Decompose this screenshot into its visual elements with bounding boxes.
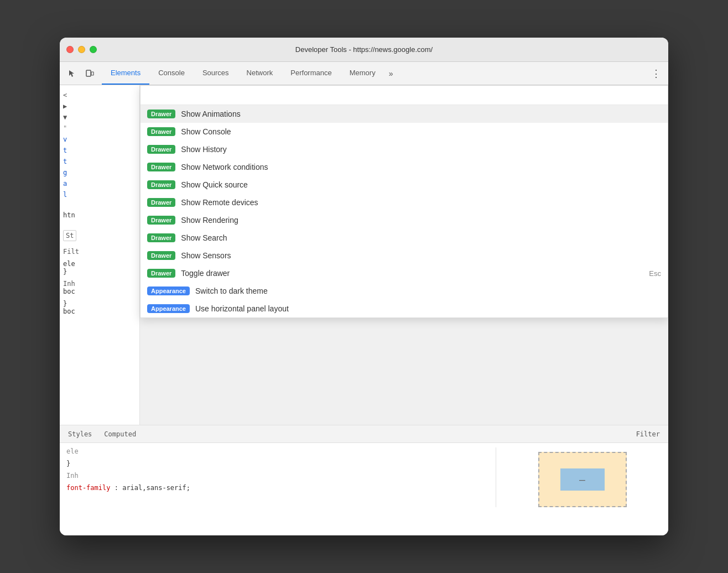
dom-blue-text: l bbox=[63, 191, 67, 199]
command-item-dark-theme[interactable]: Appearance Switch to dark theme bbox=[141, 282, 668, 300]
minimize-button[interactable] bbox=[78, 46, 85, 53]
drawer-badge: Drawer bbox=[147, 233, 175, 242]
element-label: ele bbox=[63, 260, 136, 268]
dom-line: l bbox=[63, 189, 136, 200]
cursor-icon bbox=[67, 69, 76, 78]
drawer-badge: Drawer bbox=[147, 180, 175, 189]
box-model-preview: – bbox=[538, 452, 627, 507]
command-input-row bbox=[141, 86, 668, 105]
dom-line: < bbox=[63, 90, 136, 101]
filter-btn[interactable]: Filter bbox=[632, 429, 664, 440]
drawer-badge: Drawer bbox=[147, 269, 175, 278]
command-input[interactable] bbox=[147, 91, 661, 100]
toolbar: Elements Console Sources Network Perform… bbox=[60, 62, 668, 85]
bottom-panel: Styles Computed Filter ele } Inh font-fa… bbox=[60, 425, 668, 535]
command-label: Switch to dark theme bbox=[195, 286, 661, 295]
css-rules: ele } Inh font-family : arial,sans-serif… bbox=[66, 447, 496, 507]
box-minus-icon: – bbox=[579, 474, 585, 486]
dom-line: v bbox=[63, 134, 136, 145]
command-label: Show Remote devices bbox=[181, 198, 661, 207]
dom-text-node: " bbox=[63, 124, 67, 132]
maximize-button[interactable] bbox=[90, 46, 97, 53]
command-label: Show Console bbox=[181, 127, 661, 136]
command-item-show-search[interactable]: Drawer Show Search bbox=[141, 229, 668, 247]
tab-memory[interactable]: Memory bbox=[341, 62, 384, 85]
device-icon bbox=[85, 69, 94, 78]
dom-blue-text: a bbox=[63, 180, 67, 187]
command-item-show-rendering[interactable]: Drawer Show Rendering bbox=[141, 211, 668, 229]
styles-btn[interactable]: St bbox=[63, 230, 76, 241]
brace-label: } bbox=[63, 268, 136, 275]
dom-line: ▶ bbox=[63, 101, 136, 112]
tab-elements[interactable]: Elements bbox=[102, 62, 149, 85]
css-value: arial,sans-serif; bbox=[122, 484, 190, 492]
tab-sources[interactable]: Sources bbox=[194, 62, 238, 85]
toolbar-icons bbox=[64, 66, 97, 81]
box-model-area: – bbox=[496, 447, 662, 507]
dom-panel: < ▶ ▼ " v t t g a bbox=[60, 85, 140, 425]
traffic-lights bbox=[66, 46, 97, 53]
css-colon: : bbox=[115, 484, 122, 492]
tab-performance[interactable]: Performance bbox=[282, 62, 340, 85]
filter-label: Filt bbox=[63, 248, 136, 256]
dom-line: t bbox=[63, 145, 136, 156]
css-brace-open: } bbox=[66, 460, 496, 467]
box-inner: – bbox=[560, 468, 605, 491]
command-item-network-conditions[interactable]: Drawer Show Network conditions bbox=[141, 158, 668, 176]
dom-line: t bbox=[63, 156, 136, 167]
command-item-remote-devices[interactable]: Drawer Show Remote devices bbox=[141, 194, 668, 211]
dom-line: ▼ bbox=[63, 112, 136, 123]
command-item-show-history[interactable]: Drawer Show History bbox=[141, 140, 668, 158]
styles-tab-btn[interactable]: Styles bbox=[64, 429, 96, 440]
drawer-badge: Drawer bbox=[147, 127, 175, 136]
appearance-badge: Appearance bbox=[147, 304, 190, 313]
command-label: Show Rendering bbox=[181, 216, 661, 225]
computed-tab-btn[interactable]: Computed bbox=[100, 429, 140, 440]
device-toggle-button[interactable] bbox=[82, 66, 97, 81]
command-item-show-sensors[interactable]: Drawer Show Sensors bbox=[141, 247, 668, 264]
drawer-badge: Drawer bbox=[147, 110, 175, 118]
brace-close: } bbox=[63, 300, 136, 308]
devtools-window: Developer Tools - https://news.google.co… bbox=[60, 38, 668, 535]
tab-overflow-button[interactable]: » bbox=[384, 69, 398, 78]
drawer-badge: Drawer bbox=[147, 216, 175, 225]
command-palette: Drawer Show Animations Drawer Show Conso… bbox=[140, 85, 668, 318]
dom-line: a bbox=[63, 178, 136, 189]
command-label: Toggle drawer bbox=[181, 269, 643, 278]
command-item-horizontal-layout[interactable]: Appearance Use horizontal panel layout bbox=[141, 300, 668, 317]
appearance-badge: Appearance bbox=[147, 286, 190, 295]
svg-rect-0 bbox=[86, 70, 91, 76]
bottom-content: ele } Inh font-family : arial,sans-serif… bbox=[60, 443, 668, 512]
css-property: font-family bbox=[66, 484, 110, 492]
command-item-quick-source[interactable]: Drawer Show Quick source bbox=[141, 176, 668, 194]
command-label: Show Sensors bbox=[181, 251, 661, 260]
dom-collapse-arrow[interactable]: ▼ bbox=[63, 113, 67, 121]
command-label: Show Quick source bbox=[181, 180, 661, 189]
main-content: < ▶ ▼ " v t t g a bbox=[60, 85, 668, 425]
dom-arrow: < bbox=[63, 91, 67, 99]
more-options-button[interactable]: ⋮ bbox=[648, 66, 664, 81]
command-item-toggle-drawer[interactable]: Drawer Toggle drawer Esc bbox=[141, 264, 668, 282]
tab-bar: Elements Console Sources Network Perform… bbox=[102, 62, 397, 85]
css-inherited-label: Inh bbox=[66, 472, 496, 480]
tab-console[interactable]: Console bbox=[149, 62, 194, 85]
close-button[interactable] bbox=[66, 46, 74, 53]
command-item-show-animations[interactable]: Drawer Show Animations bbox=[141, 105, 668, 123]
html-label: htn bbox=[63, 211, 136, 219]
drawer-badge: Drawer bbox=[147, 163, 175, 171]
command-list: Drawer Show Animations Drawer Show Conso… bbox=[141, 105, 668, 317]
dom-blue-text: g bbox=[63, 169, 67, 176]
css-selector-line: ele bbox=[66, 447, 496, 455]
dom-expand-arrow[interactable]: ▶ bbox=[63, 102, 67, 110]
command-label: Show Animations bbox=[181, 110, 661, 118]
window-title: Developer Tools - https://news.google.co… bbox=[295, 45, 433, 54]
dom-blue-text: t bbox=[63, 147, 67, 154]
css-rule-row: font-family : arial,sans-serif; bbox=[66, 484, 496, 492]
command-item-show-console[interactable]: Drawer Show Console bbox=[141, 123, 668, 140]
command-shortcut: Esc bbox=[649, 269, 661, 278]
tab-network[interactable]: Network bbox=[238, 62, 282, 85]
inspect-element-button[interactable] bbox=[64, 66, 80, 81]
drawer-badge: Drawer bbox=[147, 145, 175, 154]
svg-rect-1 bbox=[91, 72, 93, 75]
title-bar: Developer Tools - https://news.google.co… bbox=[60, 38, 668, 62]
